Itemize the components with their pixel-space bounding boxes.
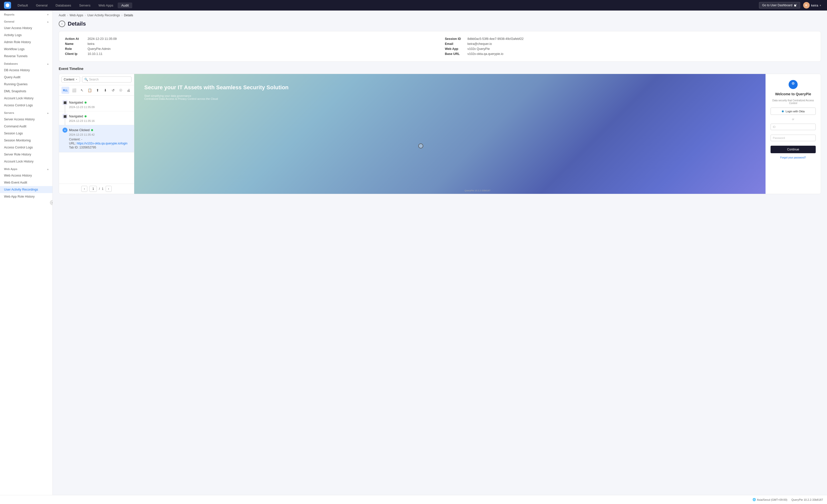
- user-chevron-icon: ▾: [820, 4, 821, 7]
- version-info: QueryPie 10.2.2-33b8187: [791, 498, 823, 501]
- sidebar-item-web-access-history[interactable]: Web Access History: [0, 172, 52, 179]
- timeline-item-selected[interactable]: ● Mouse Clicked 2024-12-23 11:35:42 Cont…: [59, 125, 134, 153]
- username-label: keira: [811, 3, 818, 7]
- sidebar-item-server-role-history[interactable]: Server Role History: [0, 151, 52, 158]
- event-timeline-section: Event Timeline Content 🔍: [59, 67, 821, 495]
- user-menu[interactable]: K keira ▾: [801, 1, 823, 9]
- content-area: Audit › Web Apps › User Activity Recordi…: [53, 10, 827, 495]
- nav-tab-general[interactable]: General: [32, 2, 51, 8]
- event-tabid-label: Tab ID: 1335652795: [69, 146, 131, 149]
- cursor-indicator: [418, 144, 423, 149]
- sidebar-item-user-access-history[interactable]: User Access History: [0, 24, 52, 32]
- event-content: Content 🔍 RLL ⬜ ↖ 📋 ⬆: [59, 74, 821, 194]
- breadcrumb-audit[interactable]: Audit: [59, 13, 65, 17]
- action-toolbar: RLL ⬜ ↖ 📋 ⬆ ⬇ ↺ ☉ 🖨: [59, 85, 134, 96]
- web-app-value: v102x QueryPie: [468, 47, 490, 51]
- breadcrumb-recordings[interactable]: User Activity Recordings: [87, 13, 120, 17]
- sidebar-item-query-audit[interactable]: Query Audit: [0, 74, 52, 81]
- sidebar-section-reports[interactable]: Reports ▾: [0, 10, 52, 17]
- version-label: QueryPie 10.2.2-33b8187: [791, 498, 823, 501]
- event-name-2: Navigated: [69, 115, 83, 118]
- timeline-item[interactable]: ⬛ Navigated 2024-12-23 11:35:16: [59, 111, 134, 125]
- event-navigate-icon: ⬛: [62, 100, 67, 105]
- refresh-icon[interactable]: ↺: [110, 87, 116, 94]
- event-time-1: 2024-12-23 11:35:09: [62, 106, 131, 109]
- cursor-icon[interactable]: ↖: [79, 87, 85, 94]
- page-header: ‹ Details: [53, 18, 827, 31]
- sidebar-collapse-button[interactable]: ‹: [50, 200, 53, 205]
- nav-tab-databases[interactable]: Databases: [52, 2, 75, 8]
- qp-okta-button[interactable]: ◉ Login with Okta: [771, 108, 816, 115]
- sidebar-section-servers[interactable]: Servers ▴: [0, 109, 52, 116]
- action-at-value: 2024-12-23 11:35:09: [88, 37, 117, 41]
- search-input[interactable]: [89, 78, 129, 81]
- event-url-link[interactable]: https://v102x-okta.qa.querypie.io/login: [77, 142, 128, 145]
- print-icon[interactable]: 🖨: [126, 87, 132, 94]
- event-time-2: 2024-12-23 11:35:16: [62, 119, 131, 122]
- sidebar-item-activity-logs[interactable]: Activity Logs: [0, 32, 52, 39]
- qp-id-input[interactable]: [771, 124, 816, 130]
- sidebar-section-webapps[interactable]: Web Apps ▴: [0, 165, 52, 172]
- sidebar-item-db-access-control-logs[interactable]: Access Control Logs: [0, 102, 52, 109]
- page-input[interactable]: [89, 186, 97, 192]
- sidebar-item-server-access-control-logs[interactable]: Access Control Logs: [0, 144, 52, 151]
- click-icon[interactable]: ☉: [118, 87, 124, 94]
- sidebar-item-db-account-lock-history[interactable]: Account Lock History: [0, 95, 52, 102]
- nav-tab-audit[interactable]: Audit: [118, 2, 132, 8]
- qp-continue-button[interactable]: Continue: [771, 146, 816, 153]
- search-box: 🔍: [82, 76, 132, 82]
- sidebar-item-command-audit[interactable]: Command Audit: [0, 123, 52, 130]
- sidebar-item-db-access-history[interactable]: DB Access History: [0, 67, 52, 74]
- breadcrumb-current: Details: [124, 13, 133, 17]
- breadcrumb-webapps[interactable]: Web Apps: [69, 13, 83, 17]
- event-details: Content: - URL: https://v102x-okta.qa.qu…: [62, 138, 131, 149]
- sidebar-item-admin-role-history[interactable]: Admin Role History: [0, 39, 52, 46]
- globe-icon: 🌐: [752, 498, 756, 501]
- sidebar-item-dml-snapshots[interactable]: DML Snapshots: [0, 88, 52, 95]
- sidebar-item-server-access-history[interactable]: Server Access History: [0, 116, 52, 123]
- navigate-icon[interactable]: ⬜: [71, 87, 77, 94]
- upload-icon[interactable]: ⬆: [95, 87, 100, 94]
- nav-tab-servers[interactable]: Servers: [76, 2, 94, 8]
- breadcrumb: Audit › Web Apps › User Activity Recordi…: [53, 10, 827, 18]
- sidebar-item-session-logs[interactable]: Session Logs: [0, 130, 52, 137]
- sidebar-item-server-account-lock-history[interactable]: Account Lock History: [0, 158, 52, 165]
- sidebar-item-session-monitoring[interactable]: Session Monitoring: [0, 137, 52, 144]
- base-url-value: v102x-okta.qa.querypie.io: [468, 52, 503, 56]
- all-events-button[interactable]: RLL: [61, 87, 69, 94]
- event-url-label: URL: https://v102x-okta.qa.querypie.io/l…: [69, 142, 131, 145]
- sidebar-item-web-event-audit[interactable]: Web Event Audit: [0, 179, 52, 186]
- sidebar-section-general[interactable]: General ▴: [0, 17, 52, 24]
- webapps-chevron-icon: ▴: [47, 168, 48, 170]
- nav-tab-default[interactable]: Default: [14, 2, 31, 8]
- qp-heading: Secure your IT Assets with Seamless Secu…: [144, 84, 289, 91]
- name-label: Name: [65, 42, 85, 46]
- role-value: QueryPie-Admin: [88, 47, 111, 51]
- download-icon[interactable]: ⬇: [102, 87, 108, 94]
- email-value: keira@chequer.io: [468, 42, 492, 46]
- dropdown-chevron-icon: [75, 78, 78, 81]
- event-status-3: [91, 129, 93, 131]
- nav-tab-webapps[interactable]: Web Apps: [95, 2, 117, 8]
- go-to-dashboard-button[interactable]: Go to User Dashboard: [759, 2, 800, 8]
- qp-login-panel: Welcome to QueryPie Data security that C…: [766, 74, 821, 194]
- timeline-item[interactable]: ⬛ Navigated 2024-12-23 11:35:09: [59, 98, 134, 111]
- qp-password-input[interactable]: [771, 135, 816, 141]
- search-icon: 🔍: [84, 78, 88, 81]
- general-chevron-icon: ▴: [47, 20, 48, 23]
- role-label: Role: [65, 47, 85, 51]
- qp-forgot-password-link[interactable]: Forgot your password?: [780, 156, 806, 159]
- timezone-info: 🌐 Asia/Seoul (GMT+09:00): [752, 498, 787, 501]
- next-page-button[interactable]: ›: [106, 186, 112, 192]
- sidebar-item-user-activity-recordings[interactable]: User Activity Recordings: [0, 186, 52, 193]
- sidebar-section-databases[interactable]: Databases ▴: [0, 60, 52, 67]
- clipboard-icon[interactable]: 📋: [87, 87, 93, 94]
- qp-subtext: Start simplifying your data governanceCe…: [144, 94, 289, 100]
- sidebar-item-running-queries[interactable]: Running Queries: [0, 81, 52, 88]
- prev-page-button[interactable]: ‹: [81, 186, 87, 192]
- sidebar-item-web-app-role-history[interactable]: Web App Role History: [0, 193, 52, 200]
- sidebar-item-reverse-tunnels[interactable]: Reverse Tunnels: [0, 53, 52, 60]
- content-dropdown[interactable]: Content: [61, 76, 80, 82]
- sidebar-item-workflow-logs[interactable]: Workflow Logs: [0, 46, 52, 53]
- back-button[interactable]: ‹: [59, 20, 65, 27]
